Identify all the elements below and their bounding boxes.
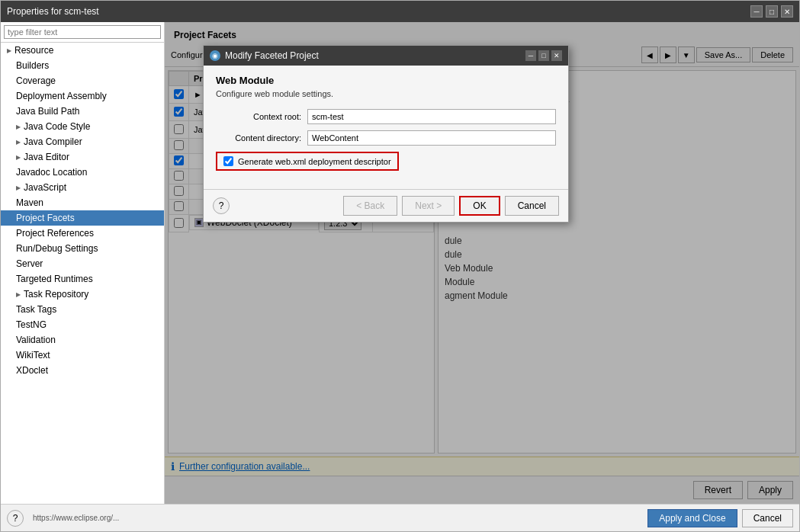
sidebar-item-java-code-style-label: Java Code Style <box>24 121 90 132</box>
modal-dialog: ◉ Modify Faceted Project ─ □ ✕ Web Modul… <box>203 45 569 223</box>
modal-overlay: ◉ Modify Faceted Project ─ □ ✕ Web Modul… <box>165 22 799 504</box>
modal-section-title: Web Module <box>216 75 556 86</box>
modal-title-bar: ◉ Modify Faceted Project ─ □ ✕ <box>204 46 568 66</box>
sidebar-item-server-label: Server <box>16 258 43 269</box>
sidebar-item-javadoc[interactable]: Javadoc Location <box>1 165 164 180</box>
main-panel: Project Facets Configuration: <custom> ◀… <box>165 22 799 504</box>
generate-xml-label: Generate web.xml deployment descriptor <box>238 157 391 166</box>
sidebar-item-testng[interactable]: TestNG <box>1 317 164 332</box>
filter-input[interactable] <box>4 25 161 39</box>
context-root-label: Context root: <box>216 112 307 121</box>
sidebar-item-task-tags[interactable]: Task Tags <box>1 302 164 317</box>
sidebar-item-java-code-style[interactable]: Java Code Style <box>1 119 164 134</box>
bottom-bar-right: Apply and Close Cancel <box>647 509 793 527</box>
sidebar-item-xdoclet-label: XDoclet <box>16 365 48 376</box>
content-dir-input[interactable] <box>307 130 556 146</box>
close-btn[interactable]: ✕ <box>781 5 793 18</box>
sidebar-item-java-compiler-label: Java Compiler <box>24 136 82 147</box>
sidebar-item-run-debug-label: Run/Debug Settings <box>16 243 98 254</box>
title-bar-controls: ─ □ ✕ <box>750 5 793 18</box>
content-dir-field: Content directory: <box>216 130 556 146</box>
maximize-btn[interactable]: □ <box>766 5 778 18</box>
modal-maximize-btn[interactable]: □ <box>538 50 549 61</box>
title-bar: Properties for scm-test ─ □ ✕ <box>1 1 799 22</box>
sidebar-item-java-editor-label: Java Editor <box>24 152 69 162</box>
modal-footer-right: < Back Next > OK Cancel <box>343 196 559 216</box>
sidebar-item-server[interactable]: Server <box>1 256 164 271</box>
sidebar-item-task-repository[interactable]: Task Repository <box>1 287 164 302</box>
sidebar-item-java-editor[interactable]: Java Editor <box>1 149 164 165</box>
main-help-btn[interactable]: ? <box>7 510 24 527</box>
sidebar-item-wikitext[interactable]: WikiText <box>1 348 164 363</box>
modal-footer: ? < Back Next > OK Cancel <box>204 189 568 222</box>
sidebar-filter <box>1 22 164 43</box>
generate-xml-checkbox-row: Generate web.xml deployment descriptor <box>216 152 399 171</box>
sidebar-item-java-build-path[interactable]: Java Build Path <box>1 104 164 119</box>
sidebar-item-javadoc-label: Javadoc Location <box>16 167 87 178</box>
modal-title-left: ◉ Modify Faceted Project <box>210 50 319 61</box>
window-title: Properties for scm-test <box>7 6 99 17</box>
sidebar-item-project-facets-label: Project Facets <box>16 213 75 223</box>
sidebar-item-wikitext-label: WikiText <box>16 350 50 361</box>
sidebar-item-targeted-runtimes-label: Targeted Runtimes <box>16 274 93 284</box>
sidebar-item-maven-label: Maven <box>16 197 43 208</box>
help-button[interactable]: ? <box>213 197 230 214</box>
sidebar-item-validation[interactable]: Validation <box>1 332 164 348</box>
context-root-input[interactable] <box>307 109 556 124</box>
sidebar-item-javascript-label: JavaScript <box>24 182 66 193</box>
modal-title: Modify Faceted Project <box>225 50 319 61</box>
sidebar-item-task-repository-label: Task Repository <box>24 289 88 300</box>
main-window: Properties for scm-test ─ □ ✕ Resource B… <box>0 0 800 532</box>
sidebar-item-builders[interactable]: Builders <box>1 58 164 73</box>
modal-title-icon: ◉ <box>210 50 220 61</box>
sidebar-item-builders-label: Builders <box>16 60 49 71</box>
sidebar-item-java-compiler[interactable]: Java Compiler <box>1 134 164 149</box>
sidebar-item-coverage-label: Coverage <box>16 75 56 86</box>
minimize-btn[interactable]: ─ <box>750 5 763 18</box>
status-bar: https://www.eclipse.org/... <box>30 512 122 524</box>
next-button[interactable]: Next > <box>402 196 455 216</box>
modal-section-desc: Configure web module settings. <box>216 89 556 98</box>
sidebar-item-project-facets[interactable]: Project Facets <box>1 210 164 226</box>
modal-cancel-button[interactable]: Cancel <box>505 196 559 216</box>
sidebar-item-validation-label: Validation <box>16 335 56 345</box>
content-dir-label: Content directory: <box>216 133 307 143</box>
sidebar-item-java-build-path-label: Java Build Path <box>16 106 79 117</box>
sidebar-item-task-tags-label: Task Tags <box>16 304 56 315</box>
sidebar-item-deployment-assembly-label: Deployment Assembly <box>16 91 107 101</box>
sidebar-item-resource-label: Resource <box>14 45 53 56</box>
sidebar-item-project-references[interactable]: Project References <box>1 226 164 241</box>
sidebar-item-xdoclet[interactable]: XDoclet <box>1 363 164 378</box>
sidebar-item-deployment-assembly[interactable]: Deployment Assembly <box>1 88 164 104</box>
modal-title-controls: ─ □ ✕ <box>525 50 562 61</box>
sidebar-items: Resource Builders Coverage Deployment As… <box>1 43 164 504</box>
ok-button[interactable]: OK <box>459 196 500 216</box>
sidebar-item-javascript[interactable]: JavaScript <box>1 180 164 195</box>
cancel-button[interactable]: Cancel <box>742 509 793 527</box>
sidebar-item-testng-label: TestNG <box>16 319 47 330</box>
context-root-field: Context root: <box>216 109 556 124</box>
sidebar-item-coverage[interactable]: Coverage <box>1 73 164 88</box>
sidebar-item-project-references-label: Project References <box>16 228 94 239</box>
sidebar: Resource Builders Coverage Deployment As… <box>1 22 165 504</box>
content-area: Resource Builders Coverage Deployment As… <box>1 22 799 504</box>
apply-close-button[interactable]: Apply and Close <box>647 509 737 527</box>
modal-close-btn[interactable]: ✕ <box>551 50 562 61</box>
sidebar-item-maven[interactable]: Maven <box>1 195 164 210</box>
sidebar-item-resource[interactable]: Resource <box>1 43 164 58</box>
sidebar-item-targeted-runtimes[interactable]: Targeted Runtimes <box>1 271 164 287</box>
bottom-bar-left: ? https://www.eclipse.org/... <box>7 510 122 527</box>
generate-xml-checkbox[interactable] <box>223 156 233 166</box>
back-button[interactable]: < Back <box>343 196 397 216</box>
sidebar-item-run-debug[interactable]: Run/Debug Settings <box>1 241 164 256</box>
modal-body: Web Module Configure web module settings… <box>204 66 568 189</box>
bottom-bar: ? https://www.eclipse.org/... Apply and … <box>1 504 799 531</box>
modal-minimize-btn[interactable]: ─ <box>525 50 536 61</box>
